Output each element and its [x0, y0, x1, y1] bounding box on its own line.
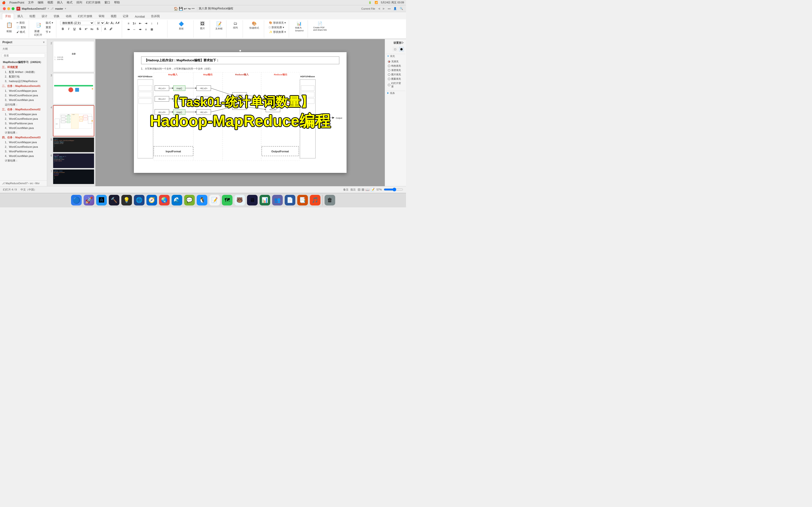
bullet-list[interactable]: ≡: [126, 21, 131, 26]
item-reducer2[interactable]: 2、WordCountReducer.java: [0, 117, 47, 121]
create-pdf-button[interactable]: 📄 Create PDFand share link: [312, 21, 328, 32]
textbox-button[interactable]: 📝 文本框: [214, 21, 224, 31]
no-fill-radio[interactable]: [388, 60, 390, 63]
close-button[interactable]: [3, 7, 6, 10]
vertical-align[interactable]: ⊞: [149, 27, 154, 32]
menu-powerpoint[interactable]: PowerPoint: [9, 1, 24, 4]
slide-item-4[interactable]: 4: [48, 105, 94, 136]
solid-fill-radio[interactable]: [388, 65, 390, 67]
item-reducer3[interactable]: 2、WordCountReducer.java: [0, 145, 47, 149]
italic-button[interactable]: I: [66, 26, 71, 32]
align-center[interactable]: ↔: [132, 27, 137, 32]
more-options[interactable]: •••: [388, 7, 391, 10]
zoom-slider[interactable]: [384, 187, 403, 191]
dock-launchpad[interactable]: 🚀: [84, 195, 94, 206]
item-main3[interactable]: 4、WordCountMain.java: [0, 154, 47, 158]
maximize-button[interactable]: [12, 7, 14, 10]
item-partitioner3[interactable]: 3、WordPartitioner.java: [0, 149, 47, 154]
shadow-button[interactable]: S: [95, 26, 100, 32]
nav-back[interactable]: ◀: [378, 7, 380, 10]
line-spacing[interactable]: ↕: [149, 21, 154, 26]
picture-fill-radio[interactable]: [388, 73, 390, 76]
item-artifact[interactable]: 1、配置 Artifact（lib依赖）: [0, 70, 47, 74]
item-partitioner2[interactable]: 3、WordPartitioner.java: [0, 121, 47, 126]
menu-window[interactable]: 窗口: [104, 0, 110, 5]
tab-review[interactable]: 审阅: [96, 13, 107, 19]
pattern-fill-option[interactable]: 图案填充: [387, 77, 404, 81]
shape-outline-button[interactable]: □ 形状轮廓 ▾: [268, 25, 287, 30]
branch-name[interactable]: master: [55, 7, 63, 10]
item-hadoop[interactable]: 3、hadoop运行MapReduce: [0, 79, 47, 83]
slide-thumb-4[interactable]: HDFS map() Shuffle ★: [53, 105, 94, 136]
slide-title-area[interactable]: 【Hadoop上机作业2：MapReduce编程】要求如下：: [141, 56, 339, 64]
dock-appstore[interactable]: 🅰: [96, 195, 107, 206]
solid-fill-option[interactable]: 纯色填充: [387, 64, 404, 68]
tab-home[interactable]: 开始: [2, 13, 14, 19]
font-size-dropdown[interactable]: 18: [95, 21, 105, 25]
dock-wechat[interactable]: 💬: [184, 195, 195, 206]
menu-insert[interactable]: 插入: [57, 0, 63, 5]
repo-name[interactable]: MapReduceDemo07: [22, 7, 46, 10]
grid-view-btn[interactable]: ⊞: [361, 187, 364, 191]
slide-thumb-5[interactable]: import public class WordCountMapper exte…: [53, 137, 94, 152]
dock-trash[interactable]: 🗑: [324, 195, 335, 206]
slide-item-2[interactable]: 2 目录 一、分布/任务 二、分布/考核: [48, 41, 94, 72]
gradient-fill-option[interactable]: 渐变填充: [387, 68, 404, 72]
share-icon[interactable]: 👤: [394, 7, 397, 10]
gradient-fill-radio[interactable]: [388, 69, 390, 71]
tab-record[interactable]: 记录: [120, 13, 132, 19]
menu-format[interactable]: 格式: [67, 0, 72, 5]
slide-item-6[interactable]: 6 package import java.io.*; public class…: [48, 153, 94, 168]
numbered-list[interactable]: 1≡: [132, 21, 137, 26]
shape-effect-button[interactable]: ✨ 形状效果 ▾: [268, 30, 287, 34]
tab-transitions[interactable]: 切换: [51, 13, 62, 19]
slide-thumb-2[interactable]: 目录 一、分布/任务 二、分布/考核: [53, 41, 94, 72]
slide-thumb-7[interactable]: public class WordPartitioner extends ret…: [53, 169, 94, 184]
image-button[interactable]: 🖼 图片: [199, 21, 206, 31]
tab-animations[interactable]: 动画: [63, 13, 74, 19]
quick-styles-button[interactable]: 🎨 快速样式: [248, 21, 260, 30]
item-reducer1[interactable]: 2、WordCountReducer.java: [0, 93, 47, 98]
tab-insert[interactable]: 插入: [14, 13, 26, 19]
dock-bear[interactable]: 🐻: [235, 195, 245, 206]
item-main1[interactable]: 3、WordCountMain.java: [0, 98, 47, 102]
notes-label[interactable]: 备注: [343, 188, 349, 191]
tab-draw[interactable]: 绘图: [27, 13, 38, 19]
menu-edit[interactable]: 编辑: [38, 0, 44, 5]
dock-clion[interactable]: 🔨: [109, 195, 119, 206]
indent-increase[interactable]: ⇥: [143, 21, 149, 26]
arrange-button[interactable]: 🗂 排列: [232, 21, 239, 30]
font-color-button[interactable]: A: [102, 26, 108, 32]
item-mapper2[interactable]: 1、WordCountMapper.java: [0, 112, 47, 117]
slide-editor[interactable]: 【Hadoop上机作业2：MapReduce编程】要求如下： 1、大写单词输出到…: [95, 39, 385, 186]
item-main2[interactable]: 4、WordCountMain.java: [0, 126, 47, 130]
paste-button[interactable]: 📋 粘贴: [4, 21, 14, 34]
clear-format[interactable]: A✗: [115, 21, 120, 24]
reset-button[interactable]: 重置: [45, 25, 54, 30]
dock-excel[interactable]: 📊: [260, 195, 270, 206]
cut-button[interactable]: ✂ 剪切: [15, 21, 27, 25]
tab-view[interactable]: 视图: [108, 13, 119, 19]
save-icon[interactable]: 💾: [179, 7, 183, 11]
layout-button[interactable]: 版式 ▾: [45, 21, 54, 25]
menu-view[interactable]: 视图: [47, 0, 53, 5]
convert-smartart-button[interactable]: 📊 转换为SmartArt: [294, 21, 305, 32]
strikethrough-button[interactable]: S: [78, 26, 83, 32]
undo-icon[interactable]: ↩: [184, 7, 187, 11]
normal-view-btn[interactable]: ⊟: [358, 187, 361, 191]
dock-safari[interactable]: 🧭: [146, 195, 157, 206]
search-input[interactable]: [2, 53, 45, 58]
menu-help[interactable]: 帮助: [114, 0, 120, 5]
increase-font[interactable]: A↑: [106, 21, 109, 25]
section-button[interactable]: 节 ▾: [45, 30, 54, 34]
shape-fill-button[interactable]: 🎨 形状填充 ▾: [268, 21, 287, 25]
align-left[interactable]: ⬅: [126, 27, 131, 32]
dock-typora[interactable]: 📝: [209, 195, 220, 206]
redo-icon[interactable]: ↪: [188, 7, 191, 11]
more-icon[interactable]: •••: [192, 7, 195, 10]
justify[interactable]: ≡: [143, 27, 149, 32]
tab-acrobat[interactable]: Acrobat: [132, 14, 148, 19]
menu-file[interactable]: 文件: [28, 0, 34, 5]
dock-word[interactable]: 📄: [285, 195, 295, 206]
slide-thumb-6[interactable]: package import java.io.*; public class p…: [53, 153, 94, 168]
